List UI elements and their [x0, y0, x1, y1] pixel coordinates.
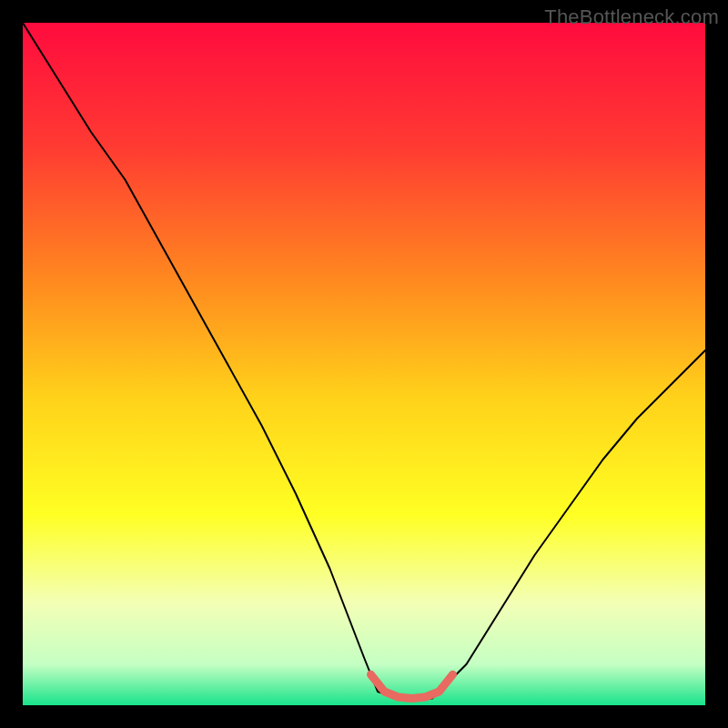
- chart-frame: TheBottleneck.com: [0, 0, 728, 728]
- plot-area: [23, 23, 705, 705]
- bottleneck-chart: [23, 23, 705, 705]
- watermark-label: TheBottleneck.com: [544, 5, 719, 29]
- gradient-background: [23, 23, 705, 705]
